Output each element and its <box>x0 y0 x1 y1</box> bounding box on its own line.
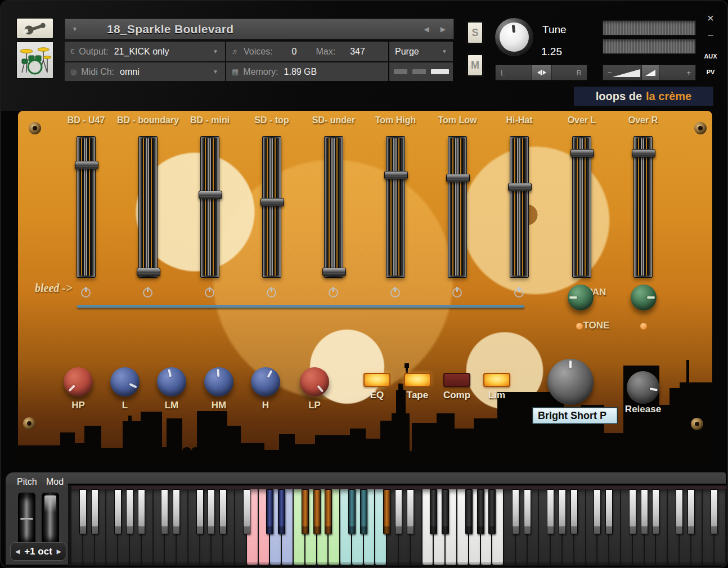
key-black[interactable] <box>629 489 636 534</box>
fader-cap[interactable] <box>446 174 470 182</box>
output-select[interactable]: € Output: 21_KICK only ▼ <box>65 42 225 61</box>
octave-up-icon[interactable]: ▶ <box>57 548 61 555</box>
fader-cap[interactable] <box>322 268 346 276</box>
fader-cap[interactable] <box>260 198 284 206</box>
bleed-power-icon[interactable] <box>143 288 152 297</box>
mod-wheel[interactable] <box>42 493 59 545</box>
solo-button[interactable]: S <box>468 22 483 43</box>
fader-cap[interactable] <box>508 183 532 191</box>
key-black[interactable] <box>547 489 554 534</box>
pitch-wheel[interactable] <box>18 493 35 545</box>
key-black[interactable] <box>477 489 484 534</box>
pan-knob-left[interactable] <box>568 285 594 310</box>
key-black[interactable] <box>383 489 390 534</box>
key-black[interactable] <box>430 489 437 534</box>
fx-button-tape[interactable] <box>404 373 431 387</box>
fader-cap[interactable] <box>384 171 408 179</box>
channel-fader[interactable] <box>572 136 591 278</box>
bleed-power-icon[interactable] <box>452 288 462 297</box>
output-dropdown-icon[interactable]: ▼ <box>213 48 218 55</box>
purge-menu[interactable]: Purge ▼ <box>389 42 453 61</box>
key-black[interactable] <box>161 489 168 534</box>
key-black[interactable] <box>395 489 402 534</box>
key-black[interactable] <box>465 489 473 534</box>
key-black[interactable] <box>325 489 332 534</box>
key-black[interactable] <box>488 489 496 534</box>
octave-shift-button[interactable]: ◀ +1 oct ▶ <box>10 542 66 561</box>
channel-fader[interactable] <box>200 136 219 278</box>
key-black[interactable] <box>605 489 613 534</box>
bleed-power-icon[interactable] <box>205 288 214 297</box>
key-black[interactable] <box>594 489 601 534</box>
eq-knob-lp[interactable] <box>300 367 329 396</box>
key-black[interactable] <box>570 489 578 534</box>
tone-dot-left[interactable] <box>576 323 583 330</box>
title-dropdown-icon[interactable]: ▼ <box>72 26 78 32</box>
key-black[interactable] <box>687 489 695 534</box>
volume-slider-handle[interactable] <box>641 65 659 80</box>
eq-knob-lm[interactable] <box>157 367 186 396</box>
key-black[interactable] <box>91 489 98 534</box>
channel-fader[interactable] <box>510 136 529 278</box>
key-black[interactable] <box>79 489 87 534</box>
midi-dropdown-icon[interactable]: ▼ <box>213 69 218 75</box>
channel-fader[interactable] <box>138 136 158 278</box>
key-black[interactable] <box>266 489 273 534</box>
prev-instrument-icon[interactable]: ◀ <box>424 25 429 33</box>
fader-cap[interactable] <box>75 161 98 169</box>
preset-knob[interactable] <box>547 359 594 405</box>
fx-button-eq[interactable] <box>363 373 390 387</box>
key-black[interactable] <box>360 489 367 534</box>
bleed-power-icon[interactable] <box>390 288 400 297</box>
key-black[interactable] <box>208 489 215 534</box>
close-icon[interactable]: × <box>700 11 721 25</box>
octave-down-icon[interactable]: ◀ <box>15 548 20 555</box>
piano-keyboard[interactable] <box>71 489 726 565</box>
tone-dot-right[interactable] <box>640 323 647 330</box>
key-black[interactable] <box>138 489 145 534</box>
fader-cap[interactable] <box>570 149 594 157</box>
eq-knob-h[interactable] <box>251 367 280 396</box>
channel-fader[interactable] <box>386 136 405 278</box>
volume-slider[interactable]: − + <box>603 65 696 80</box>
tune-knob[interactable] <box>495 18 533 56</box>
key-black[interactable] <box>559 489 566 534</box>
key-black[interactable] <box>512 489 519 534</box>
key-black[interactable] <box>676 489 683 534</box>
key-black[interactable] <box>711 489 718 534</box>
next-instrument-icon[interactable]: ▶ <box>441 25 446 33</box>
pan-knob-right[interactable] <box>631 285 657 310</box>
release-knob[interactable] <box>627 371 659 404</box>
minimize-icon[interactable]: − <box>700 29 721 42</box>
fx-button-lim[interactable] <box>483 373 510 387</box>
midi-channel-select[interactable]: ◎ Midi Ch: omni ▼ <box>65 62 225 81</box>
eq-knob-hp[interactable] <box>64 367 93 396</box>
aux-button[interactable]: AUX <box>700 53 721 60</box>
key-black[interactable] <box>243 489 250 534</box>
bleed-power-icon[interactable] <box>81 288 91 297</box>
key-black[interactable] <box>442 489 449 534</box>
key-black[interactable] <box>278 489 285 534</box>
key-black[interactable] <box>126 489 133 534</box>
key-black[interactable] <box>524 489 531 534</box>
key-black[interactable] <box>348 489 356 534</box>
key-black[interactable] <box>173 489 180 534</box>
mute-button[interactable]: M <box>468 55 483 76</box>
key-black[interactable] <box>652 489 659 534</box>
eq-knob-l[interactable] <box>110 367 140 396</box>
eq-knob-hm[interactable] <box>204 367 233 396</box>
channel-fader[interactable] <box>448 136 467 278</box>
wrench-button[interactable] <box>16 18 53 39</box>
channel-fader[interactable] <box>324 136 343 278</box>
key-black[interactable] <box>219 489 227 534</box>
pan-slider[interactable]: L R <box>495 65 587 80</box>
pv-button[interactable]: PV <box>700 69 721 75</box>
key-black[interactable] <box>114 489 122 534</box>
channel-fader[interactable] <box>77 136 96 278</box>
key-black[interactable] <box>196 489 204 534</box>
bleed-power-icon[interactable] <box>267 288 276 297</box>
fader-cap[interactable] <box>137 268 160 276</box>
key-black[interactable] <box>407 489 414 534</box>
bleed-power-icon[interactable] <box>329 288 338 297</box>
key-black[interactable] <box>641 489 648 534</box>
